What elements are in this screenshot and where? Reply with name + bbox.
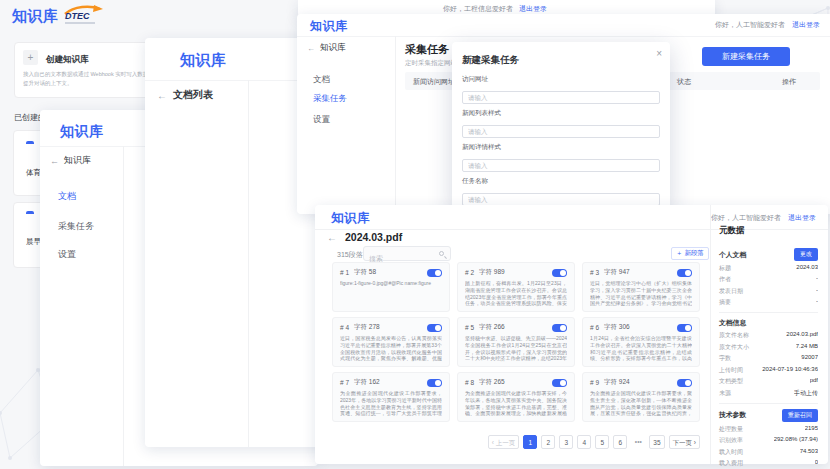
meta-row: 载入费用0 — [719, 459, 818, 468]
metadata-panel: 元数据 个人文档 更改 标题2024.03 作者- 发表日期- 摘要- 文档信息… — [710, 205, 828, 464]
pagination-page[interactable]: 2 — [541, 435, 555, 449]
sidebar-item-tasks[interactable]: 采集任务 — [58, 220, 94, 233]
segment-toggle-switch[interactable] — [552, 269, 567, 277]
segment-text: 近日，党组理论学习中心组（扩大）组织集体学习，深入学习贯彻二十届中央纪委三次全会… — [590, 280, 692, 307]
segment-toggle-switch[interactable] — [552, 324, 567, 332]
search-box — [363, 246, 451, 261]
app-title: 知识库 — [60, 123, 104, 141]
segment-card[interactable]: # 1字符 58 figure:1-figure-0.jpg@#@Pic nam… — [332, 262, 450, 312]
page-title: 采集任务 — [405, 42, 449, 57]
url-field[interactable] — [462, 91, 660, 104]
segment-number: # 4 — [340, 324, 349, 331]
segment-toggle-switch[interactable] — [677, 324, 692, 332]
info-section-title: 文档信息 — [719, 318, 746, 328]
col-url: 新闻访问网址 — [413, 77, 455, 87]
segment-toggle-switch[interactable] — [677, 269, 692, 277]
pagination-page[interactable]: 6 — [613, 435, 627, 449]
back-arrow-icon[interactable]: ← — [50, 156, 59, 166]
segment-toggle-switch[interactable] — [427, 324, 442, 332]
back-arrow-icon[interactable]: ← — [327, 232, 337, 243]
sidebar-divider — [395, 36, 396, 214]
sidebar-item-docs[interactable]: 文档 — [313, 74, 330, 86]
add-segment-button[interactable]: ＋ 新段落 — [671, 247, 709, 260]
dtec-logo-text: DTEC — [65, 11, 90, 21]
close-icon[interactable]: × — [656, 48, 662, 59]
segment-chars: 字符 58 — [354, 268, 376, 277]
segment-number: # 9 — [590, 379, 599, 386]
segment-card[interactable]: # 2字符 989 踏上新征程，奋楫再出发。1月22日至23日，湖南省应急管理工… — [457, 262, 575, 312]
meta-row: 摘要- — [719, 298, 818, 307]
back-row[interactable]: ← 文档列表 — [157, 88, 213, 102]
segment-number: # 7 — [340, 379, 349, 386]
segment-text: 1月24日，全省社会治安综合治理暨平安建设工作会议召开。会议深入贯彻党的二十大精… — [590, 335, 692, 362]
segment-toggle-switch[interactable] — [427, 379, 442, 387]
segment-chars: 字符 162 — [354, 378, 380, 387]
field-label-url: 访问网址 — [462, 75, 660, 84]
pagination-page[interactable]: 5 — [595, 435, 609, 449]
detail-style-field[interactable] — [462, 159, 660, 172]
pagination-page[interactable]: 3 — [559, 435, 573, 449]
pagination-page[interactable]: 1 — [523, 435, 537, 449]
recall-button[interactable]: 重新召回 — [782, 409, 818, 422]
edit-meta-button[interactable]: 更改 — [794, 248, 818, 261]
segment-text: 为全面推进全国现代化建设工作部署要求，2023年，各地以学习贯彻习近平新时代中国… — [340, 390, 442, 417]
segment-number: # 5 — [465, 324, 474, 331]
meta-row: 处理数量2195 — [719, 425, 818, 434]
segment-card[interactable]: # 4字符 278 近日，国家税务总局发布公告，认真贯彻落实习近平总书记重要指示… — [332, 317, 450, 367]
pagination-page[interactable]: 35 — [649, 435, 664, 449]
segment-toggle-switch[interactable] — [552, 379, 567, 387]
list-style-field[interactable] — [462, 125, 660, 138]
back-arrow-icon[interactable]: ← — [307, 44, 315, 53]
segment-text: 踏上新征程，奋楫再出发。1月22日至23日，湖南省应急管理工作会议在长沙召开。会… — [465, 280, 567, 307]
pagination-ellipsis: ••• — [631, 435, 645, 449]
meta-divider — [719, 403, 818, 404]
sidebar-item-docs[interactable]: 文档 — [58, 190, 76, 203]
doc-title: 2024.03.pdf — [345, 231, 402, 243]
new-task-button[interactable]: 新建采集任务 — [702, 47, 790, 66]
segment-chars: 字符 306 — [604, 323, 630, 332]
pagination-page[interactable]: 4 — [577, 435, 591, 449]
modal-title: 新建采集任务 — [462, 54, 660, 67]
app-title: 知识库 — [180, 51, 227, 70]
back-row[interactable]: ← 知识库 — [307, 42, 346, 54]
meta-divider — [719, 312, 818, 313]
segment-card[interactable]: # 9字符 924 为全面推进全国现代化建设工作部署要求，聚焦主责主业，深化改革… — [582, 372, 700, 422]
segment-chars: 字符 266 — [479, 323, 505, 332]
meta-row: 载入时间74.503 — [719, 448, 818, 457]
back-row[interactable]: ← 知识库 — [50, 154, 91, 167]
pagination-next[interactable]: 下一页 › — [669, 435, 700, 449]
meta-row: 来源手动上传 — [719, 389, 818, 398]
segment-toggle-switch[interactable] — [677, 379, 692, 387]
logout-link[interactable]: 退出登录 — [792, 20, 820, 30]
dtec-logo-tagline — [65, 22, 95, 24]
segment-number: # 1 — [340, 269, 349, 276]
create-kb-desc: 接入自己的文本数据或通过 Webhook 实时写入数据，提升对话的上下文。 — [23, 70, 155, 90]
segment-card[interactable]: # 7字符 162 为全面推进全国现代化建设工作部署要求，2023年，各地以学习… — [332, 372, 450, 422]
segment-toggle-switch[interactable] — [427, 269, 442, 277]
segment-card[interactable]: # 6字符 306 1月24日，全省社会治安综合治理暨平安建设工作会议召开。会议… — [582, 317, 700, 367]
header-user-area: 你好，人工智能爱好者 退出登录 — [715, 20, 820, 30]
sidebar-item-settings[interactable]: 设置 — [313, 114, 330, 126]
meta-row: 识别效率292.08% (37.94) — [719, 436, 818, 445]
dtec-logo: DTEC — [62, 2, 108, 28]
sidebar-item-tasks[interactable]: 采集任务 — [313, 93, 347, 105]
back-arrow-icon[interactable]: ← — [157, 90, 167, 101]
segment-card[interactable]: # 8字符 265 为全面推进全国现代化建设工作部署安排，今年以来，各地深入贯彻… — [457, 372, 575, 422]
meta-row: 字数92007 — [719, 354, 818, 363]
strip-logout-link[interactable]: 退出登录 — [519, 4, 547, 14]
segment-card[interactable]: # 5字符 266 坚持稳中求进、以进促稳、先立后破——2024年全国税务工作会… — [457, 317, 575, 367]
segment-chars: 字符 947 — [604, 268, 630, 277]
strip-greeting: 你好，工程信息爱好者 — [443, 4, 513, 14]
document-window: 知识库 你好，人工智能爱好者 退出登录 ← 2024.03.pdf 315段落 … — [315, 205, 828, 464]
col-status: 状态 — [677, 77, 691, 87]
segment-card[interactable]: # 3字符 947 近日，党组理论学习中心组（扩大）组织集体学习，深入学习贯彻二… — [582, 262, 700, 312]
sidebar-item-settings[interactable]: 设置 — [58, 248, 76, 261]
pagination-prev[interactable]: ‹ 上一页 — [488, 435, 519, 449]
segment-number: # 6 — [590, 324, 599, 331]
create-kb-title: 创建知识库 — [46, 54, 89, 66]
app-title: 知识库 — [310, 18, 348, 35]
segment-number: # 3 — [590, 269, 599, 276]
col-actions: 操作 — [782, 77, 796, 87]
doc-section-title: 个人文档 — [719, 250, 746, 260]
back-label: 知识库 — [64, 154, 91, 167]
